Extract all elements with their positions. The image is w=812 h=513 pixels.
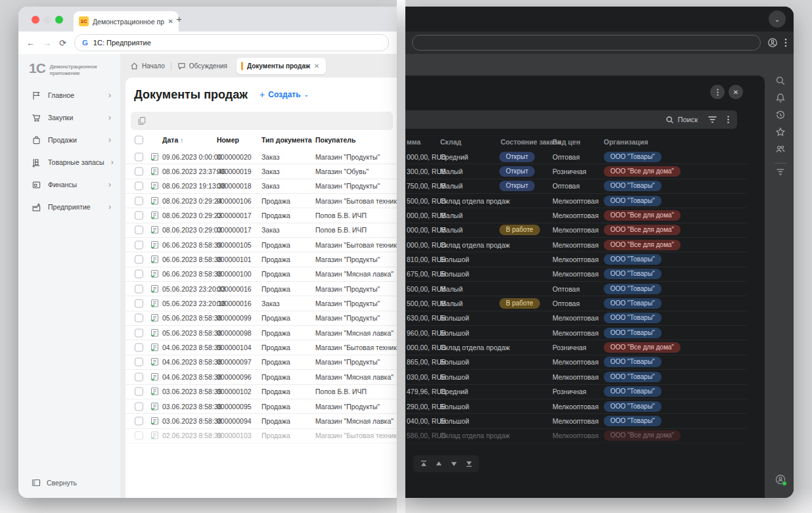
more-menu-icon[interactable] [727, 116, 729, 123]
row-checkbox[interactable] [135, 358, 143, 367]
doc-detail-row[interactable]: 500,00, RUBМалыйВ работеОптоваяООО "Това… [405, 296, 747, 311]
sidebar-item-main[interactable]: Главное › [18, 84, 120, 106]
doc-detail-row[interactable]: 586,00, RUBСклад отдела продажМелкооптов… [405, 429, 747, 443]
row-checkbox[interactable] [135, 240, 143, 249]
row-checkbox[interactable] [135, 432, 143, 440]
row-checkbox[interactable] [135, 300, 143, 308]
search-control[interactable]: Поиск [665, 116, 698, 124]
sales-doc-row[interactable]: 03.06.2023 8:58:38000000095ПродажаМагази… [125, 399, 397, 414]
row-checkbox[interactable] [135, 226, 143, 234]
sidebar-item-finance[interactable]: Финансы › [18, 173, 120, 196]
doc-detail-row[interactable]: 750,00, RUBМалыйОткрытОптоваяООО "Товары… [405, 179, 747, 194]
dark-address-bar[interactable] [412, 35, 761, 51]
sales-doc-row[interactable]: 08.06.2023 23:37:46000000019ЗаказМагазин… [125, 164, 397, 179]
row-checkbox[interactable] [135, 270, 143, 279]
create-button[interactable]: + Создать ⌄ [259, 89, 309, 100]
sales-doc-row[interactable]: 05.06.2023 8:58:38000000098ПродажаМагази… [125, 326, 397, 340]
sales-doc-row[interactable]: 03.06.2023 8:58:38000000094ПродажаМагази… [125, 414, 397, 428]
doc-detail-row[interactable]: 630,00, RUBБольшойМелкооптоваяООО "Товар… [405, 311, 747, 326]
sales-doc-row[interactable]: 05.06.2023 23:20:33000000016ПродажаМагаз… [125, 282, 397, 296]
new-tab-button[interactable]: + [176, 13, 182, 24]
global-search-icon[interactable] [775, 76, 786, 86]
row-checkbox[interactable] [135, 328, 143, 337]
doc-detail-row[interactable]: 500,00, RUBСклад отдела продажМелкооптов… [405, 194, 747, 208]
col-header-sum[interactable]: мма [407, 138, 420, 146]
doc-detail-row[interactable]: 865,00, RUBБольшойМелкооптоваяООО "Товар… [405, 355, 747, 370]
doc-detail-row[interactable]: 040,00, RUBБольшойМелкооптоваяООО "Товар… [405, 414, 747, 428]
sales-doc-row[interactable]: 08.06.2023 19:13:38000000018ЗаказМагазин… [125, 179, 397, 194]
functions-filter-icon[interactable] [775, 167, 786, 177]
doc-detail-row[interactable]: 000,00, RUBМалыйМелкооптоваяООО "Все для… [405, 208, 747, 223]
back-icon[interactable]: ← [26, 38, 35, 48]
doc-detail-row[interactable]: 000,00, RUBСклад отдела продажМелкооптов… [405, 238, 747, 252]
sales-doc-row[interactable]: 05.06.2023 23:20:18000000016ЗаказМагазин… [125, 296, 397, 311]
col-header-number[interactable]: Номер [217, 136, 239, 144]
sidebar-item-purchases[interactable]: Закупки › [18, 106, 120, 129]
traffic-light-close[interactable] [32, 16, 39, 24]
row-checkbox[interactable] [135, 196, 143, 205]
copy-icon[interactable] [137, 116, 147, 125]
doc-detail-row[interactable]: 000,00, RUBМалыйВ работеМелкооптоваяООО … [405, 223, 747, 238]
kebab-menu-icon[interactable] [784, 38, 787, 47]
sales-doc-row[interactable]: 05.06.2023 8:58:38000000099ПродажаМагази… [125, 311, 397, 326]
row-checkbox[interactable] [135, 256, 143, 264]
browser-tab[interactable]: 1С Демонстрационное прилож ✕ [74, 11, 179, 32]
doc-detail-row[interactable]: 500,00, RUBМалыйОптоваяООО "Товары" [405, 282, 747, 296]
sales-doc-row[interactable]: 02.06.2023 8:58:39000000103ПродажаМагази… [125, 429, 397, 443]
sales-doc-row[interactable]: 04.06.2023 8:58:39000000104ПродажаМагази… [125, 340, 397, 355]
doc-detail-row[interactable]: 960,00, RUBБольшойМелкооптоваяООО "Товар… [405, 326, 747, 340]
sales-doc-row[interactable]: 06.06.2023 8:58:39000000105ПродажаМагази… [125, 238, 397, 252]
doc-detail-row[interactable]: 675,00, RUBБольшойМелкооптоваяООО "Товар… [405, 267, 747, 282]
row-checkbox[interactable] [135, 344, 143, 352]
traffic-light-minimize[interactable] [43, 16, 51, 24]
go-prev-icon[interactable] [433, 458, 445, 470]
row-checkbox[interactable] [135, 416, 143, 425]
form-menu-button[interactable] [710, 85, 725, 99]
go-last-icon[interactable] [463, 458, 475, 470]
sidebar-item-sales[interactable]: Продажи › [18, 129, 120, 151]
sales-doc-row[interactable]: 09.06.2023 0:00:00000000020ЗаказМагазин … [125, 150, 397, 164]
collapse-sidebar-button[interactable]: Свернуть [32, 478, 77, 487]
sales-doc-row[interactable]: 04.06.2023 8:58:38000000097ПродажаМагази… [125, 355, 397, 370]
sales-doc-row[interactable]: 06.06.2023 8:58:38000000100ПродажаМагази… [125, 267, 397, 282]
profile-icon[interactable] [767, 37, 778, 48]
row-checkbox[interactable] [135, 284, 143, 293]
sidebar-item-enterprise[interactable]: Предприятие › [18, 196, 120, 218]
select-all-checkbox[interactable] [135, 136, 143, 145]
sales-doc-row[interactable]: 04.06.2023 8:58:38000000096ПродажаМагази… [125, 370, 397, 384]
breadcrumb-home[interactable]: Начало [125, 62, 169, 70]
sales-doc-row[interactable]: 08.06.2023 0:29:03000000017ЗаказПопов Б.… [125, 223, 397, 238]
row-checkbox[interactable] [135, 314, 143, 323]
chevron-down-button[interactable]: ⌄ [769, 11, 786, 28]
sales-doc-row[interactable]: 08.06.2023 0:29:24000000106ПродажаМагази… [125, 194, 397, 208]
col-header-doctype[interactable]: Тип документа [261, 136, 312, 144]
close-icon[interactable]: ✕ [314, 62, 319, 70]
go-next-icon[interactable] [448, 458, 460, 470]
history-icon[interactable] [775, 110, 786, 120]
row-checkbox[interactable] [135, 402, 143, 411]
row-checkbox[interactable] [135, 152, 143, 161]
favorites-star-icon[interactable] [775, 127, 786, 137]
go-first-icon[interactable] [418, 458, 430, 470]
form-close-button[interactable]: ✕ [729, 85, 743, 99]
address-bar[interactable]: G 1С: Предприятие [74, 34, 389, 51]
row-checkbox[interactable] [135, 182, 143, 190]
sidebar-item-stock[interactable]: Товарные запасы › [18, 151, 120, 173]
col-header-price-kind[interactable]: Вид цен [553, 138, 580, 146]
sales-doc-row[interactable]: 08.06.2023 0:29:23000000017ПродажаПопов … [125, 208, 397, 223]
doc-detail-row[interactable]: 000,00, RUBСреднийОткрытОптоваяООО "Това… [405, 150, 747, 164]
breadcrumb-discussions[interactable]: Обсуждения [173, 62, 232, 70]
sales-doc-row[interactable]: 06.06.2023 8:58:38000000101ПродажаМагази… [125, 252, 397, 267]
col-header-order-state[interactable]: Состояние заказа [501, 138, 561, 146]
doc-detail-row[interactable]: 290,00, RUBБольшойМелкооптоваяООО "Товар… [405, 399, 747, 414]
forward-icon[interactable]: → [43, 38, 51, 48]
users-icon[interactable] [775, 144, 786, 154]
reload-icon[interactable]: ⟳ [59, 38, 66, 48]
doc-detail-row[interactable]: 300,00, RUBМалыйОткрытРозничнаяООО "Все … [405, 164, 747, 179]
col-header-organization[interactable]: Организация [604, 138, 648, 146]
filter-icon[interactable] [708, 116, 717, 123]
doc-detail-row[interactable]: 030,00, RUBБольшойМелкооптоваяООО "Товар… [405, 370, 747, 384]
tab-close-icon[interactable]: ✕ [168, 18, 173, 25]
row-checkbox[interactable] [135, 372, 143, 381]
sales-doc-row[interactable]: 03.06.2023 8:58:39000000102ПродажаПопов … [125, 385, 397, 399]
